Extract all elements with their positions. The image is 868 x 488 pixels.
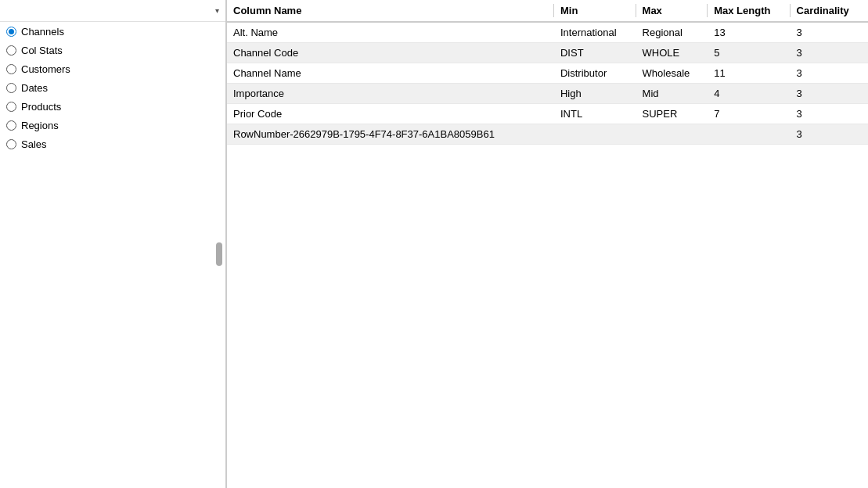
sidebar-item-label-customers: Customers (21, 63, 70, 75)
table-header-row: Column NameMinMaxMax LengthCardinality (227, 0, 868, 22)
cell-cardinality: 3 (791, 104, 868, 124)
col-header-cardinality: Cardinality (791, 0, 868, 22)
sidebar-items-container: ChannelsCol StatsCustomersDatesProductsR… (0, 22, 225, 153)
radio-sales (6, 139, 16, 149)
cell-column-name: Alt. Name (227, 22, 554, 43)
cell-max-length: 13 (708, 22, 790, 43)
cell-max (636, 124, 708, 145)
col-header-min: Min (554, 0, 636, 22)
cell-max-length: 7 (708, 104, 790, 124)
table-row: Prior CodeINTLSUPER73 (227, 104, 868, 124)
cell-column-name: Prior Code (227, 104, 554, 124)
cell-column-name: RowNumber-2662979B-1795-4F74-8F37-6A1BA8… (227, 124, 554, 145)
sidebar-item-label-dates: Dates (21, 82, 48, 94)
sidebar-item-label-channels: Channels (21, 26, 64, 38)
cell-max-length: 11 (708, 63, 790, 84)
table-body: Alt. NameInternationalRegional133Channel… (227, 22, 868, 145)
sidebar-item-col-stats[interactable]: Col Stats (0, 41, 225, 59)
table-row: RowNumber-2662979B-1795-4F74-8F37-6A1BA8… (227, 124, 868, 145)
cell-min (554, 124, 636, 145)
cell-cardinality: 3 (791, 63, 868, 84)
radio-products (6, 102, 16, 112)
sidebar-item-dates[interactable]: Dates (0, 78, 225, 97)
table-row: Alt. NameInternationalRegional133 (227, 22, 868, 43)
radio-col-stats (6, 45, 16, 56)
cell-max-length (708, 124, 790, 145)
table-row: Channel CodeDISTWHOLE53 (227, 43, 868, 63)
cell-column-name: Importance (227, 84, 554, 104)
main-content: Column NameMinMaxMax LengthCardinality A… (227, 0, 868, 488)
sidebar-item-label-products: Products (21, 101, 61, 113)
radio-channels (6, 27, 16, 37)
radio-regions (6, 120, 16, 131)
cell-max: SUPER (636, 104, 708, 124)
sidebar-item-channels[interactable]: Channels (0, 22, 225, 41)
cell-min: Distributor (554, 63, 636, 84)
sidebar-item-regions[interactable]: Regions (0, 116, 225, 135)
cell-column-name: Channel Code (227, 43, 554, 63)
sidebar-item-label-regions: Regions (21, 120, 59, 131)
sidebar: ▾ ChannelsCol StatsCustomersDatesProduct… (0, 0, 227, 488)
cell-cardinality: 3 (791, 124, 868, 145)
cell-cardinality: 3 (791, 84, 868, 104)
sidebar-item-label-col-stats: Col Stats (21, 45, 63, 56)
sidebar-header: ▾ (0, 0, 225, 22)
cell-max-length: 5 (708, 43, 790, 63)
col-header-max: Max (636, 0, 708, 22)
cell-cardinality: 3 (791, 22, 868, 43)
cell-cardinality: 3 (791, 43, 868, 63)
cell-min: International (554, 22, 636, 43)
sidebar-item-products[interactable]: Products (0, 97, 225, 116)
cell-max: Regional (636, 22, 708, 43)
radio-customers (6, 64, 16, 74)
col-header-column-name[interactable]: Column Name (227, 0, 554, 22)
cell-max: WHOLE (636, 43, 708, 63)
chevron-down-icon[interactable]: ▾ (215, 6, 219, 15)
cell-min: DIST (554, 43, 636, 63)
cell-min: INTL (554, 104, 636, 124)
cell-max: Wholesale (636, 63, 708, 84)
cell-column-name: Channel Name (227, 63, 554, 84)
sidebar-item-sales[interactable]: Sales (0, 135, 225, 153)
sidebar-scrollbar[interactable] (216, 242, 222, 266)
table-row: ImportanceHighMid43 (227, 84, 868, 104)
sidebar-item-customers[interactable]: Customers (0, 59, 225, 78)
cell-min: High (554, 84, 636, 104)
table-row: Channel NameDistributorWholesale113 (227, 63, 868, 84)
cell-max: Mid (636, 84, 708, 104)
cell-max-length: 4 (708, 84, 790, 104)
col-header-max-length: Max Length (708, 0, 790, 22)
data-table: Column NameMinMaxMax LengthCardinality A… (227, 0, 868, 145)
radio-dates (6, 83, 16, 93)
sidebar-item-label-sales: Sales (21, 138, 47, 150)
